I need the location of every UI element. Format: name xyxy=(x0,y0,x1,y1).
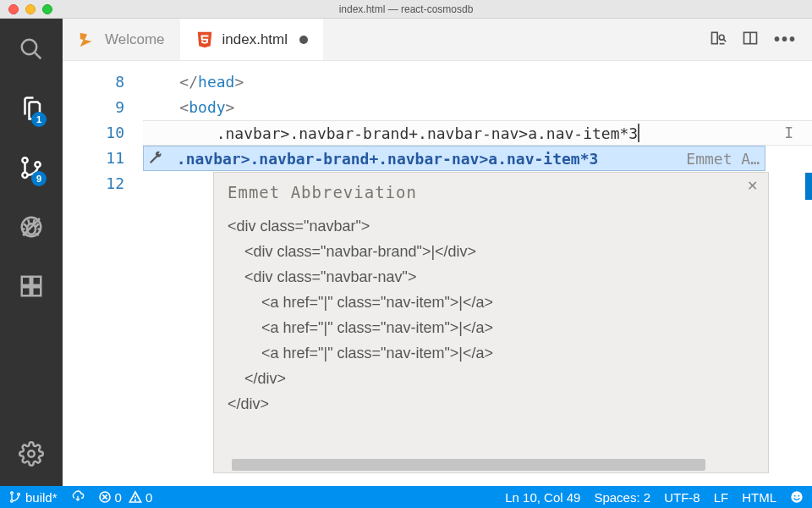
more-actions-icon[interactable]: ••• xyxy=(774,30,797,49)
wrench-icon xyxy=(147,151,162,166)
dirty-indicator-icon xyxy=(299,36,308,44)
error-icon xyxy=(98,490,112,504)
svg-line-1 xyxy=(35,52,41,58)
svg-point-12 xyxy=(28,450,35,457)
svg-point-2 xyxy=(22,157,27,163)
window-title: index.html — react-cosmosdb xyxy=(0,3,812,15)
suggestion-text: .navbar>.navbar-brand+.navbar-nav>a.nav-… xyxy=(167,150,598,168)
line-num: 12 xyxy=(63,171,143,196)
activity-settings[interactable] xyxy=(11,433,52,474)
svg-rect-11 xyxy=(32,277,41,285)
emmet-preview-box: ✕ Emmet Abbreviation <div class="navbar"… xyxy=(213,172,769,473)
line-num: 9 xyxy=(63,95,143,120)
preview-heading: Emmet Abbreviation xyxy=(228,183,754,202)
status-ln-col[interactable]: Ln 10, Col 49 xyxy=(505,490,580,505)
code-line[interactable]: <body> xyxy=(143,95,812,120)
tab-bar: Welcome index.html xyxy=(63,19,812,61)
horizontal-scrollbar[interactable] xyxy=(232,459,765,472)
quick-open-icon[interactable] xyxy=(710,30,727,50)
suggestion-source: Emmet A… xyxy=(686,150,765,168)
traffic-light-minimize[interactable] xyxy=(25,4,36,14)
status-eol[interactable]: LF xyxy=(714,490,729,505)
activity-search[interactable] xyxy=(11,29,52,69)
status-problems[interactable]: 0 0 xyxy=(98,490,153,505)
svg-rect-10 xyxy=(32,287,41,295)
status-language[interactable]: HTML xyxy=(742,490,776,505)
status-bar: build* 0 0 Ln 10, Col 49 Spaces: 2 UTF-8… xyxy=(0,486,812,508)
line-number-gutter: 8 9 10 11 12 xyxy=(63,61,143,486)
status-branch[interactable]: build* xyxy=(8,490,58,505)
status-sync[interactable] xyxy=(71,490,85,504)
line-num: 11 xyxy=(63,146,143,171)
line-num: 10 xyxy=(63,120,143,146)
code-line-current[interactable]: .navbar>.navbar-brand+.navbar-nav>a.nav-… xyxy=(143,120,812,146)
svg-rect-9 xyxy=(22,287,30,295)
svg-point-14 xyxy=(719,35,724,40)
close-icon[interactable]: ✕ xyxy=(747,178,758,194)
svg-point-3 xyxy=(22,173,27,178)
preview-body: <div class="navbar"> <div class="navbar-… xyxy=(228,213,754,417)
svg-point-17 xyxy=(11,492,14,494)
svg-rect-13 xyxy=(711,32,717,43)
warning-icon xyxy=(129,490,142,504)
overview-ruler-marker xyxy=(805,173,812,200)
svg-point-24 xyxy=(134,500,135,500)
smiley-icon xyxy=(790,490,804,504)
explorer-badge: 1 xyxy=(31,112,47,127)
activity-bar: 1 9 xyxy=(0,19,63,486)
traffic-light-close[interactable] xyxy=(8,4,19,14)
svg-line-7 xyxy=(23,218,40,235)
emmet-suggestion[interactable]: .navbar>.navbar-brand+.navbar-nav>a.nav-… xyxy=(143,146,765,171)
text-cursor-icon: I xyxy=(784,124,793,141)
activity-extensions[interactable] xyxy=(11,266,52,306)
code-line[interactable]: </head> xyxy=(143,69,812,95)
status-encoding[interactable]: UTF-8 xyxy=(664,490,700,505)
activity-debug[interactable] xyxy=(11,207,52,247)
scrollbar-thumb[interactable] xyxy=(232,459,705,471)
activity-explorer[interactable]: 1 xyxy=(11,88,52,129)
svg-point-19 xyxy=(18,493,20,495)
tab-file-label: index.html xyxy=(222,31,288,48)
traffic-light-zoom[interactable] xyxy=(42,4,52,14)
git-branch-icon xyxy=(8,490,22,504)
tab-index-html[interactable]: index.html xyxy=(180,19,323,60)
git-badge: 9 xyxy=(31,171,47,186)
svg-point-4 xyxy=(35,162,40,167)
code-editor[interactable]: 8 9 10 11 12 </head> <body> .navbar>.nav… xyxy=(63,61,812,486)
tab-welcome[interactable]: Welcome xyxy=(63,19,180,60)
svg-point-18 xyxy=(11,500,14,502)
html5-icon xyxy=(195,30,214,49)
line-num: 8 xyxy=(63,69,143,95)
activity-source-control[interactable]: 9 xyxy=(11,147,52,188)
cloud-sync-icon xyxy=(71,490,85,504)
status-feedback[interactable] xyxy=(790,490,804,504)
svg-rect-8 xyxy=(22,277,30,285)
tab-welcome-label: Welcome xyxy=(105,31,165,48)
window-titlebar: index.html — react-cosmosdb xyxy=(0,0,812,19)
svg-point-25 xyxy=(791,491,802,502)
split-editor-icon[interactable] xyxy=(742,30,759,50)
svg-point-27 xyxy=(798,495,799,497)
svg-point-26 xyxy=(794,495,796,497)
editor-area: Welcome index.html xyxy=(63,19,812,486)
status-indent[interactable]: Spaces: 2 xyxy=(594,490,650,505)
svg-point-0 xyxy=(22,40,37,55)
